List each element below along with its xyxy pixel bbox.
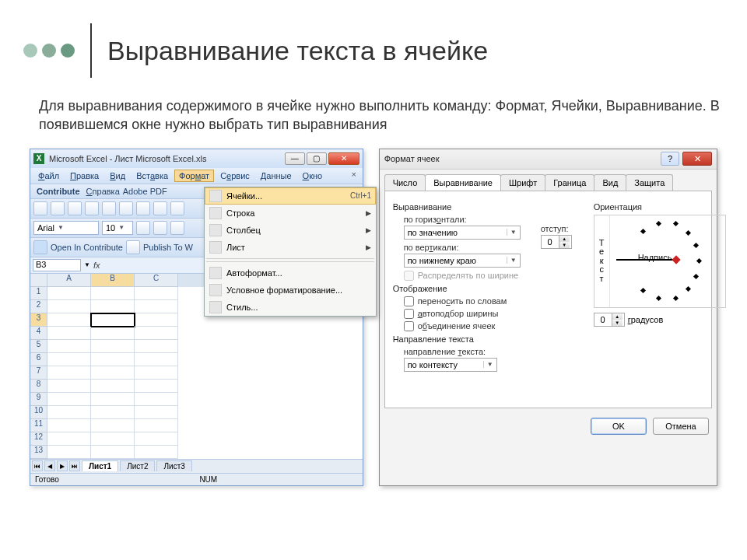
tab-border[interactable]: Граница xyxy=(545,174,594,191)
cell-A13[interactable] xyxy=(47,446,91,459)
cell-B4[interactable] xyxy=(91,327,135,340)
cell-A4[interactable] xyxy=(47,327,91,340)
paste-icon[interactable] xyxy=(170,201,184,215)
row-6[interactable]: 6 xyxy=(30,353,47,366)
minimize-button[interactable]: — xyxy=(285,152,305,165)
tab-view[interactable]: Вид xyxy=(594,174,626,191)
dialog-help-button[interactable]: ? xyxy=(661,152,679,166)
cell-C8[interactable] xyxy=(135,380,178,393)
indent-spinner[interactable]: ▲▼ xyxy=(541,235,572,249)
sheet-nav-prev[interactable]: ◀ xyxy=(44,460,55,471)
cell-A2[interactable] xyxy=(47,300,91,313)
tab-alignment[interactable]: Выравнивание xyxy=(425,174,501,191)
autofit-input[interactable] xyxy=(404,309,414,319)
ok-button[interactable]: OK xyxy=(591,418,647,435)
tab-number[interactable]: Число xyxy=(384,174,426,191)
dd-item-6[interactable]: Стиль... xyxy=(205,299,376,316)
underline-icon[interactable] xyxy=(170,221,184,235)
cell-B13[interactable] xyxy=(91,446,135,459)
publish-label[interactable]: Publish To W xyxy=(143,243,193,252)
cell-C11[interactable] xyxy=(135,419,178,432)
dd-item-5[interactable]: Условное форматирование... xyxy=(205,282,376,299)
select-all-corner[interactable] xyxy=(30,274,47,287)
col-C[interactable]: C xyxy=(135,274,178,287)
row-11[interactable]: 11 xyxy=(30,419,47,432)
menu-window[interactable]: Окно xyxy=(298,170,328,182)
col-A[interactable]: A xyxy=(47,274,91,287)
menu-insert[interactable]: Вставка xyxy=(132,170,173,182)
toolbar-help-label[interactable]: Справка xyxy=(86,187,120,196)
size-selector[interactable]: 10▼ xyxy=(102,221,133,235)
cell-B10[interactable] xyxy=(91,406,135,419)
cell-C6[interactable] xyxy=(135,353,178,366)
row-8[interactable]: 8 xyxy=(30,380,47,393)
font-selector[interactable]: Arial▼ xyxy=(33,221,99,235)
fx-icon[interactable]: fx xyxy=(93,261,100,270)
dd-item-3[interactable]: Лист▶ xyxy=(205,239,376,256)
menu-edit[interactable]: Правка xyxy=(65,170,103,182)
name-box[interactable]: B3 xyxy=(33,259,81,271)
cell-C2[interactable] xyxy=(135,300,178,313)
tab-protection[interactable]: Защита xyxy=(626,174,673,191)
cell-C10[interactable] xyxy=(135,406,178,419)
degrees-up-icon[interactable]: ▲ xyxy=(612,313,622,320)
dd-item-2[interactable]: Столбец▶ xyxy=(205,222,376,239)
wrap-input[interactable] xyxy=(404,296,414,306)
row-13[interactable]: 13 xyxy=(30,446,47,459)
row-10[interactable]: 10 xyxy=(30,406,47,419)
spelling-icon[interactable] xyxy=(119,201,133,215)
orientation-dial[interactable]: Надпись xyxy=(610,215,725,307)
close-button[interactable]: ✕ xyxy=(328,152,359,165)
sheet-tab-3[interactable]: Лист3 xyxy=(156,460,191,471)
menu-format[interactable]: Формат xyxy=(174,170,214,182)
menu-data[interactable]: Данные xyxy=(256,170,296,182)
indent-input[interactable] xyxy=(542,236,559,247)
cancel-button[interactable]: Отмена xyxy=(653,418,709,435)
print-icon[interactable] xyxy=(85,201,99,215)
cell-A10[interactable] xyxy=(47,406,91,419)
cell-A11[interactable] xyxy=(47,419,91,432)
preview-icon[interactable] xyxy=(102,201,116,215)
new-icon[interactable] xyxy=(33,201,47,215)
row-9[interactable]: 9 xyxy=(30,393,47,406)
menu-service[interactable]: Сервис xyxy=(216,170,254,182)
cut-icon[interactable] xyxy=(136,201,150,215)
orientation-box[interactable]: Текст xyxy=(594,215,726,308)
cell-B1[interactable] xyxy=(91,287,135,300)
indent-up-icon[interactable]: ▲ xyxy=(559,236,570,242)
dd-item-0[interactable]: Ячейки...Ctrl+1 xyxy=(205,187,376,205)
cell-C7[interactable] xyxy=(135,366,178,380)
copy-icon[interactable] xyxy=(153,201,167,215)
degrees-input[interactable] xyxy=(594,314,612,325)
cell-A5[interactable] xyxy=(47,340,91,353)
textdir-select[interactable]: по контексту▼ xyxy=(404,358,497,372)
sheet-nav-next[interactable]: ▶ xyxy=(57,460,68,471)
maximize-button[interactable]: ▢ xyxy=(307,152,327,165)
cell-A3[interactable] xyxy=(47,313,91,327)
cell-C3[interactable] xyxy=(135,313,178,327)
merge-input[interactable] xyxy=(404,321,414,331)
cell-B3[interactable] xyxy=(91,313,135,327)
dialog-close-button[interactable]: ✕ xyxy=(682,152,712,166)
row-5[interactable]: 5 xyxy=(30,340,47,353)
sheet-tab-2[interactable]: Лист2 xyxy=(120,460,155,471)
cell-B2[interactable] xyxy=(91,300,135,313)
window-titlebar[interactable]: X Microsoft Excel - Лист Microsoft Excel… xyxy=(30,149,363,168)
vertical-select[interactable]: по нижнему краю▼ xyxy=(404,254,521,268)
cell-B12[interactable] xyxy=(91,432,135,446)
horizontal-select[interactable]: по значению▼ xyxy=(404,226,521,240)
row-2[interactable]: 2 xyxy=(30,300,47,313)
degrees-down-icon[interactable]: ▼ xyxy=(612,320,622,326)
contribute-icon[interactable] xyxy=(33,240,47,254)
row-4[interactable]: 4 xyxy=(30,327,47,340)
dd-item-1[interactable]: Строка▶ xyxy=(205,205,376,222)
row-3[interactable]: 3 xyxy=(30,313,47,327)
dialog-titlebar[interactable]: Формат ячеек ? ✕ xyxy=(380,149,717,170)
cell-A6[interactable] xyxy=(47,353,91,366)
dd-item-4[interactable]: Автоформат... xyxy=(205,264,376,282)
sheet-tab-1[interactable]: Лист1 xyxy=(82,460,118,471)
toolbar-adobe-label[interactable]: Adobe PDF xyxy=(123,187,167,196)
orientation-vertical-text[interactable]: Текст xyxy=(594,215,610,307)
sheet-nav-last[interactable]: ⏭ xyxy=(69,460,80,471)
cell-A7[interactable] xyxy=(47,366,91,380)
